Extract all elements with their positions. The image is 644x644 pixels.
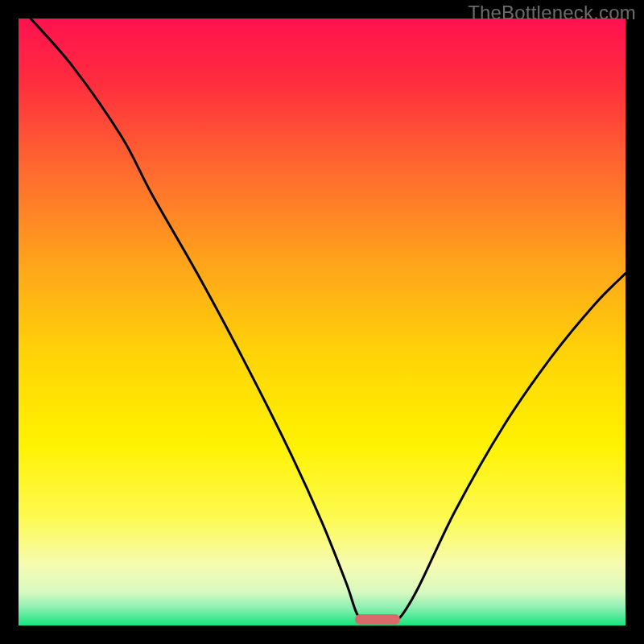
watermark-text: TheBottleneck.com xyxy=(468,2,636,24)
curve-path xyxy=(31,19,625,623)
optimal-range-marker xyxy=(355,614,400,625)
bottleneck-curve xyxy=(19,19,625,625)
chart-frame: TheBottleneck.com xyxy=(0,0,644,644)
plot-area xyxy=(19,19,625,625)
